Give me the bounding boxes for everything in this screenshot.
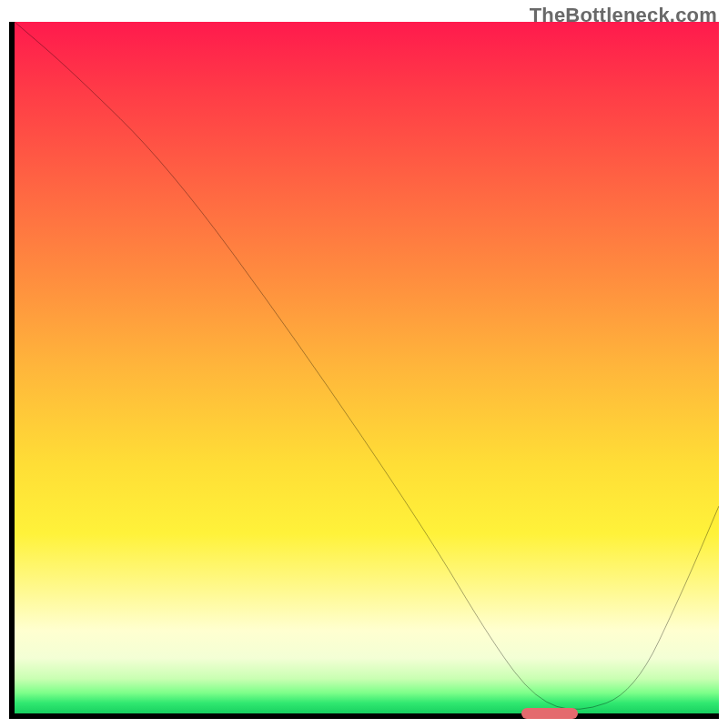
- chart-container: TheBottleneck.com: [0, 0, 728, 728]
- plot-area: [15, 22, 719, 713]
- optimum-marker: [521, 708, 578, 719]
- bottleneck-curve: [15, 22, 719, 713]
